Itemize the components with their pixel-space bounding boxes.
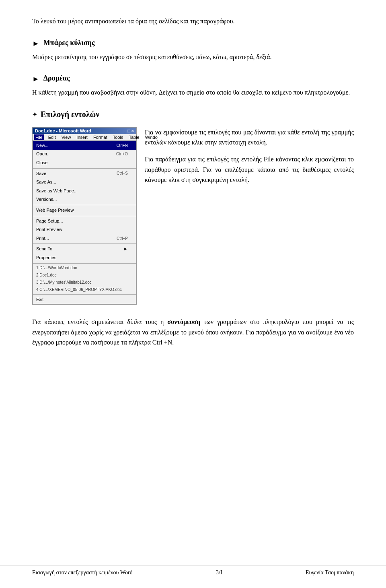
arrow-icon: ►	[32, 39, 39, 48]
word-screenshot: Doc1.doc - Microsoft Word _ □ × File Edi…	[32, 127, 137, 305]
bottom-bold-word: συντόμευση	[167, 318, 200, 325]
menu-recent-4[interactable]: 4 C:\...\XEMERINO_05-06_PROPTYXIAKO.doc	[33, 286, 136, 293]
menu-save[interactable]: Save Ctrl+S	[33, 169, 136, 178]
separator-2	[33, 205, 136, 205]
menu-open-label: Open...	[36, 151, 51, 158]
separator-6	[33, 294, 136, 295]
menu-exit[interactable]: Exit	[33, 295, 136, 304]
menu-saveasweb-label: Save as Web Page...	[36, 188, 78, 195]
menu-versions[interactable]: Versions...	[33, 195, 136, 204]
menu-recent-1[interactable]: 1 D:\...\Word\Word.doc	[33, 264, 136, 272]
menu-format[interactable]: Format	[92, 134, 109, 140]
menu-exit-label: Exit	[36, 296, 43, 303]
scrollbars-body: Μπάρες μετακίνησης του εγγράφου σε τέσσε…	[32, 52, 354, 62]
separator-4	[33, 243, 136, 244]
menu-recent-2[interactable]: 2 Doc1.doc	[33, 272, 136, 279]
menu-print[interactable]: Print... Ctrl+P	[33, 234, 136, 243]
menu-new-shortcut: Ctrl+N	[116, 142, 128, 149]
menu-recent-4-label: 4 C:\...\XEMERINO_05-06_PROPTYXIAKO.doc	[36, 287, 122, 293]
footer-right: Ευγενία Τσομπανάκη	[306, 569, 354, 576]
menu-webpreview[interactable]: Web Page Preview	[33, 206, 136, 215]
menu-view[interactable]: View	[60, 134, 72, 140]
menu-file[interactable]: File	[34, 134, 44, 140]
file-menu-dropdown: New... Ctrl+N Open... Ctrl+O Close Save …	[33, 141, 136, 304]
menu-description-p2: Για παράδειγμα για τις επιλογές της εντο…	[145, 154, 354, 185]
menu-webpreview-label: Web Page Preview	[36, 207, 74, 214]
menu-close-label: Close	[36, 159, 47, 167]
menu-printpreview-label: Print Preview	[36, 226, 62, 233]
menu-save-shortcut: Ctrl+S	[117, 170, 128, 177]
separator-5	[33, 263, 136, 264]
menu-print-label: Print...	[36, 235, 49, 242]
diamond-icon: ✦	[32, 111, 37, 118]
menu-edit[interactable]: Edit	[47, 134, 57, 140]
bottom-paragraph: Για κάποιες εντολές σημειώνεται δίπλα το…	[32, 317, 354, 348]
cursor-heading: ► Δρομέας	[32, 74, 354, 83]
menubar: File Edit View Insert Format Tools Table…	[33, 134, 136, 141]
menu-save-label: Save	[36, 170, 46, 177]
cursor-title: Δρομέας	[43, 74, 70, 83]
arrow-icon-2: ►	[32, 75, 39, 83]
menu-description: Για να εμφανίσουμε τις επιλογές που μας …	[145, 127, 354, 185]
menu-description-p1: Για να εμφανίσουμε τις επιλογές που μας …	[145, 127, 354, 148]
menu-open[interactable]: Open... Ctrl+O	[33, 150, 136, 159]
footer-left: Εισαγωγή στον επεξεργαστή κειμένου Word	[32, 569, 133, 576]
menu-printpreview[interactable]: Print Preview	[33, 225, 136, 234]
footer-center: 3/Ι	[216, 569, 222, 576]
scrollbars-heading: ► Μπάρες κύλισης	[32, 39, 354, 48]
menu-recent-3-label: 3 D:\...\My notes\Minitab12.doc	[36, 279, 92, 286]
separator-1	[33, 168, 136, 169]
cursor-body: Η κάθετη γραμμή που αναβοσβήνει στην οθό…	[32, 87, 354, 98]
menu-heading: ✦ Επιλογή εντολών	[32, 110, 354, 119]
intro-paragraph: Το λευκό του μέρος αντιπροσωπεύει τα όρι…	[32, 16, 354, 27]
menu-close[interactable]: Close	[33, 159, 136, 167]
bottom-text-before-bold: Για κάποιες εντολές σημειώνεται δίπλα το…	[32, 318, 167, 325]
menu-sendto[interactable]: Send To ►	[33, 245, 136, 254]
menu-new[interactable]: New... Ctrl+N	[33, 141, 136, 150]
page-footer: Εισαγωγή στον επεξεργαστή κειμένου Word …	[0, 565, 386, 580]
menu-pagesetup[interactable]: Page Setup...	[33, 217, 136, 226]
menu-recent-3[interactable]: 3 D:\...\My notes\Minitab12.doc	[33, 279, 136, 286]
menu-open-shortcut: Ctrl+O	[116, 151, 128, 157]
submenu-arrow-icon: ►	[123, 246, 128, 253]
scrollbars-title: Μπάρες κύλισης	[43, 39, 95, 47]
menu-table[interactable]: Table	[127, 134, 140, 140]
separator-3	[33, 216, 136, 216]
titlebar: Doc1.doc - Microsoft Word _ □ ×	[33, 128, 136, 134]
menu-properties[interactable]: Properties	[33, 254, 136, 262]
menu-insert[interactable]: Insert	[75, 134, 89, 140]
menu-properties-label: Properties	[36, 254, 56, 262]
menu-saveas-label: Save As...	[36, 179, 56, 186]
menu-versions-label: Versions...	[36, 196, 57, 203]
menu-print-shortcut: Ctrl+P	[117, 235, 128, 242]
menu-saveas[interactable]: Save As...	[33, 178, 136, 187]
menu-tools[interactable]: Tools	[112, 134, 125, 140]
menu-new-label: New...	[36, 142, 49, 149]
menu-recent-2-label: 2 Doc1.doc	[36, 272, 57, 279]
menu-recent-1-label: 1 D:\...\Word\Word.doc	[36, 265, 77, 271]
titlebar-text: Doc1.doc - Microsoft Word	[35, 128, 91, 133]
menu-title: Επιλογή εντολών	[41, 110, 99, 119]
menu-sendto-label: Send To	[36, 246, 52, 253]
titlebar-controls: _ □ ×	[124, 128, 134, 133]
menu-saveasweb[interactable]: Save as Web Page...	[33, 187, 136, 196]
menu-section-content: Doc1.doc - Microsoft Word _ □ × File Edi…	[32, 127, 354, 305]
menu-pagesetup-label: Page Setup...	[36, 218, 63, 225]
page-content: Το λευκό του μέρος αντιπροσωπεύει τα όρι…	[0, 0, 386, 571]
